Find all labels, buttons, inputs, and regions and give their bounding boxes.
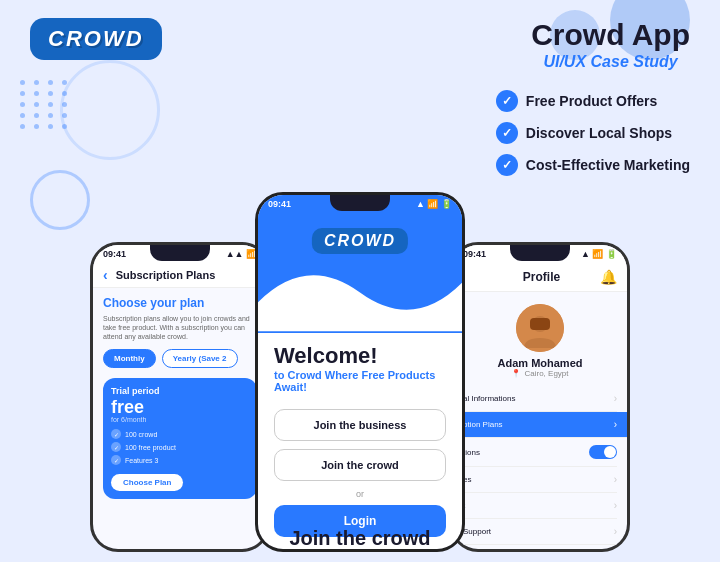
or-divider: or bbox=[274, 489, 446, 499]
location-pin-icon: 📍 bbox=[511, 369, 521, 378]
menu-item-3[interactable]: es › bbox=[463, 467, 617, 493]
toggle-switch[interactable] bbox=[589, 445, 617, 459]
welcome-title: Welcome! bbox=[274, 343, 446, 369]
center-status-icons: ▲ 📶 🔋 bbox=[416, 199, 452, 209]
bell-icon[interactable]: 🔔 bbox=[600, 269, 617, 285]
center-logo-area: CROWD bbox=[312, 228, 408, 254]
app-subtitle: UI/UX Case Study bbox=[531, 53, 690, 71]
feature-text-0: Free Product Offers bbox=[526, 93, 657, 109]
left-screen: 09:41 ▲▲ 📶 ‹ Subscription Plans Choose y… bbox=[93, 245, 267, 549]
feature-text-1: Discover Local Shops bbox=[526, 125, 672, 141]
left-screen-title: Subscription Plans bbox=[116, 269, 216, 281]
bottom-join-text: Join the crowd bbox=[289, 527, 430, 550]
plan-desc: Subscription plans allow you to join cro… bbox=[103, 314, 257, 341]
profile-menu: al Informations › ption Plans › tions es… bbox=[453, 386, 627, 549]
profile-location: 📍 Cairo, Egypt bbox=[511, 369, 568, 378]
plan-feature-2: ✓ Features 3 bbox=[111, 455, 249, 465]
right-screen: 09:41 ▲ 📶 🔋 Profile 🔔 Ada bbox=[453, 245, 627, 549]
trial-price: free bbox=[111, 398, 249, 416]
profile-header: Profile 🔔 bbox=[453, 263, 627, 292]
right-status-icons: ▲ 📶 🔋 bbox=[581, 249, 617, 259]
plan-tabs: Monthly Yearly (Save 2 bbox=[103, 349, 257, 368]
back-button[interactable]: ‹ bbox=[103, 267, 108, 283]
feature-item-1: ✓ Discover Local Shops bbox=[496, 122, 690, 144]
avatar-svg bbox=[516, 304, 564, 352]
tab-yearly[interactable]: Yearly (Save 2 bbox=[162, 349, 238, 368]
chevron-icon-3: › bbox=[614, 474, 617, 485]
features-list: ✓ Free Product Offers ✓ Discover Local S… bbox=[496, 90, 690, 176]
menu-item-0[interactable]: al Informations › bbox=[463, 386, 617, 412]
plan-feature-0: ✓ 100 crowd bbox=[111, 429, 249, 439]
tab-monthly[interactable]: Monthly bbox=[103, 349, 156, 368]
left-time: 09:41 bbox=[103, 249, 126, 259]
plan-card: Trial period free for 6/month ✓ 100 crow… bbox=[103, 378, 257, 499]
phone-right: 09:41 ▲ 📶 🔋 Profile 🔔 Ada bbox=[450, 242, 630, 552]
check-icon-0: ✓ bbox=[496, 90, 518, 112]
check-icon-1: ✓ bbox=[496, 122, 518, 144]
left-notch bbox=[150, 245, 210, 261]
header-title-section: Crowd App UI/UX Case Study bbox=[531, 18, 690, 71]
welcome-tagline: to Crowd Where Free Products Await! bbox=[274, 369, 446, 393]
center-body: Welcome! to Crowd Where Free Products Aw… bbox=[258, 333, 462, 547]
feature-item-0: ✓ Free Product Offers bbox=[496, 90, 690, 112]
center-notch bbox=[330, 195, 390, 211]
header: CROWD Crowd App UI/UX Case Study bbox=[0, 18, 720, 71]
join-crowd-btn[interactable]: Join the crowd bbox=[274, 449, 446, 481]
bg-dot-grid bbox=[20, 80, 70, 129]
phone-left: 09:41 ▲▲ 📶 ‹ Subscription Plans Choose y… bbox=[90, 242, 270, 552]
toggle-dot bbox=[604, 446, 616, 458]
logo-box: CROWD bbox=[30, 18, 162, 60]
right-time: 09:41 bbox=[463, 249, 486, 259]
choose-plan-btn[interactable]: Choose Plan bbox=[111, 474, 183, 491]
trial-period: for 6/month bbox=[111, 416, 249, 423]
menu-item-1[interactable]: ption Plans › bbox=[453, 412, 627, 438]
left-icons: ▲▲ 📶 bbox=[226, 249, 257, 259]
check-icon-2: ✓ bbox=[496, 154, 518, 176]
left-top-bar: ‹ Subscription Plans bbox=[93, 263, 267, 288]
plan-feature-1: ✓ 100 free product bbox=[111, 442, 249, 452]
chevron-icon-4: › bbox=[614, 500, 617, 511]
chevron-icon-0: › bbox=[614, 393, 617, 404]
center-screen: 09:41 ▲ 📶 🔋 CROWD Welcome! to Cr bbox=[258, 195, 462, 549]
phone-center: 09:41 ▲ 📶 🔋 CROWD Welcome! to Cr bbox=[255, 192, 465, 552]
plan-check-0: ✓ bbox=[111, 429, 121, 439]
logo-text: CROWD bbox=[48, 26, 144, 52]
menu-item-5[interactable]: Support › bbox=[463, 519, 617, 545]
center-top-area: CROWD bbox=[258, 213, 462, 333]
chevron-icon-5: › bbox=[614, 526, 617, 537]
phones-container: 09:41 ▲▲ 📶 ‹ Subscription Plans Choose y… bbox=[20, 192, 700, 552]
profile-title: Profile bbox=[483, 270, 600, 284]
chevron-icon-1: › bbox=[614, 419, 617, 430]
join-business-btn[interactable]: Join the business bbox=[274, 409, 446, 441]
feature-item-2: ✓ Cost-Effective Marketing bbox=[496, 154, 690, 176]
profile-name: Adam Mohamed bbox=[498, 357, 583, 369]
trial-label: Trial period bbox=[111, 386, 249, 396]
left-content: Choose your plan Subscription plans allo… bbox=[93, 288, 267, 507]
profile-avatar-section: Adam Mohamed 📍 Cairo, Egypt bbox=[453, 292, 627, 386]
menu-item-2[interactable]: tions bbox=[463, 438, 617, 467]
right-notch bbox=[510, 245, 570, 261]
user-avatar bbox=[516, 304, 564, 352]
svg-rect-2 bbox=[530, 318, 550, 330]
app-title: Crowd App bbox=[531, 18, 690, 51]
menu-item-4[interactable]: t › bbox=[463, 493, 617, 519]
brand-name: Crowd bbox=[287, 369, 321, 381]
plan-check-2: ✓ bbox=[111, 455, 121, 465]
menu-item-6[interactable]: and Policies › bbox=[463, 545, 617, 549]
center-time: 09:41 bbox=[268, 199, 291, 209]
bg-decoration-circle-3 bbox=[60, 60, 160, 160]
center-logo: CROWD bbox=[312, 228, 408, 254]
plan-check-1: ✓ bbox=[111, 442, 121, 452]
plan-title: Choose your plan bbox=[103, 296, 257, 310]
feature-text-2: Cost-Effective Marketing bbox=[526, 157, 690, 173]
